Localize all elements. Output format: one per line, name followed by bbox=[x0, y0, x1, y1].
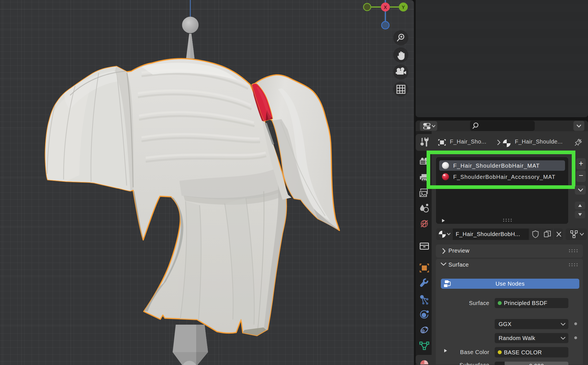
svg-text:Y: Y bbox=[402, 5, 405, 10]
svg-text:X: X bbox=[384, 5, 387, 10]
